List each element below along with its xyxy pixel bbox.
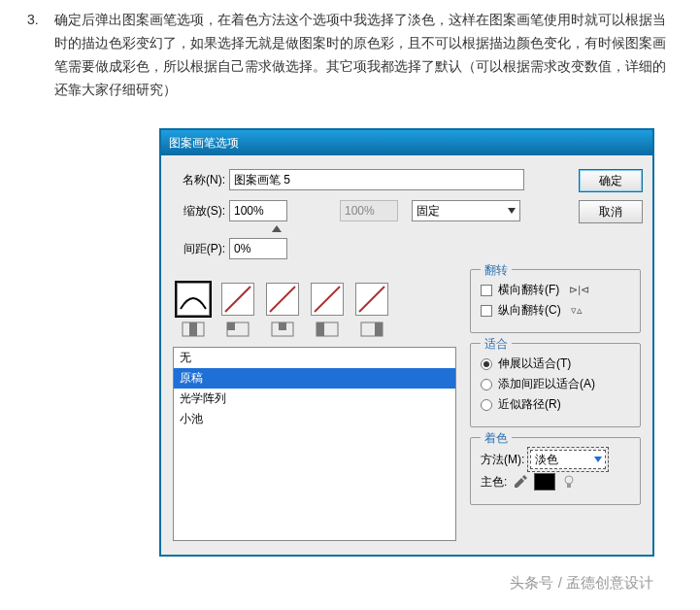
eyedropper-icon[interactable] <box>513 474 528 490</box>
watermark: 头条号 / 孟德创意设计 <box>0 560 700 596</box>
slider-thumb-icon[interactable] <box>272 225 282 232</box>
pattern-brush-options-dialog: 图案画笔选项 确定 取消 名称(N): 缩放(S): 固定 <box>159 128 654 557</box>
pattern-listbox[interactable]: 无 原稿 光学阵列 小池 <box>173 347 456 541</box>
tile-hints-row <box>177 320 456 339</box>
start-tile-icon <box>311 320 344 339</box>
svg-rect-13 <box>375 322 383 336</box>
svg-line-0 <box>225 287 250 312</box>
svg-rect-9 <box>279 322 286 330</box>
fit-approx-radio[interactable]: 近似路径(R) <box>481 396 630 413</box>
tile-inner-corner[interactable] <box>266 283 299 316</box>
outer-corner-icon <box>221 320 254 339</box>
name-label: 名称(N): <box>173 172 229 188</box>
fit-group: 适合 伸展以适合(T) 添加间距以适合(A) 近似路径(R) <box>470 343 641 427</box>
flip-h-checkbox[interactable]: 横向翻转(F) ⊳|⊲ <box>481 282 630 298</box>
main-color-swatch[interactable] <box>534 473 555 491</box>
fit-title: 适合 <box>481 336 512 353</box>
tile-start[interactable] <box>311 283 344 316</box>
ok-button[interactable]: 确定 <box>579 169 643 192</box>
list-item[interactable]: 小池 <box>174 409 455 429</box>
side-tile-icon <box>177 320 210 339</box>
list-item[interactable]: 原稿 <box>174 368 455 389</box>
titlebar[interactable]: 图案画笔选项 <box>161 130 652 155</box>
gap-label: 间距(P): <box>173 241 229 257</box>
fit-stretch-radio[interactable]: 伸展以适合(T) <box>481 356 630 372</box>
svg-rect-11 <box>317 322 324 336</box>
scale-input[interactable] <box>229 200 287 221</box>
scale-mode-dropdown[interactable]: 固定 <box>412 200 520 221</box>
instruction-text: 确定后弹出图案画笔选项，在着色方法这个选项中我选择了淡色，这样在图案画笔使用时就… <box>54 8 673 101</box>
tile-end[interactable] <box>355 283 388 316</box>
list-item[interactable]: 光学阵列 <box>174 389 455 409</box>
flip-h-icon: ⊳|⊲ <box>569 284 589 296</box>
flip-v-icon: ▿▵ <box>571 304 583 317</box>
svg-rect-15 <box>567 484 571 488</box>
tile-side[interactable] <box>177 283 210 316</box>
flip-title: 翻转 <box>481 262 512 279</box>
tile-outer-corner[interactable] <box>221 283 254 316</box>
svg-line-2 <box>315 287 340 312</box>
tips-icon[interactable] <box>561 474 577 490</box>
main-color-label: 主色: <box>481 474 507 491</box>
ordinal: 3. <box>27 8 54 101</box>
svg-line-3 <box>359 287 384 312</box>
inner-corner-icon <box>266 320 299 339</box>
method-dropdown[interactable]: 淡色 <box>530 450 606 469</box>
scale-label: 缩放(S): <box>173 203 229 220</box>
name-input[interactable] <box>229 169 524 190</box>
svg-rect-5 <box>189 322 197 336</box>
svg-rect-7 <box>227 322 235 330</box>
end-tile-icon <box>355 320 388 339</box>
flip-group: 翻转 横向翻转(F) ⊳|⊲ 纵向翻转(C) ▿▵ <box>470 269 641 333</box>
color-group: 着色 方法(M): 淡色 主色: <box>470 437 641 505</box>
color-title: 着色 <box>481 430 512 447</box>
flip-v-checkbox[interactable]: 纵向翻转(C) ▿▵ <box>481 302 630 319</box>
svg-point-14 <box>565 476 573 484</box>
scale-input-2 <box>340 200 398 221</box>
cancel-button[interactable]: 取消 <box>579 200 643 223</box>
tile-row <box>177 283 456 316</box>
list-item[interactable]: 无 <box>174 348 455 368</box>
dialog-title: 图案画笔选项 <box>169 135 239 152</box>
method-label: 方法(M): <box>481 452 524 468</box>
svg-line-1 <box>270 287 295 312</box>
fit-space-radio[interactable]: 添加间距以适合(A) <box>481 376 630 392</box>
gap-input[interactable] <box>229 238 287 259</box>
